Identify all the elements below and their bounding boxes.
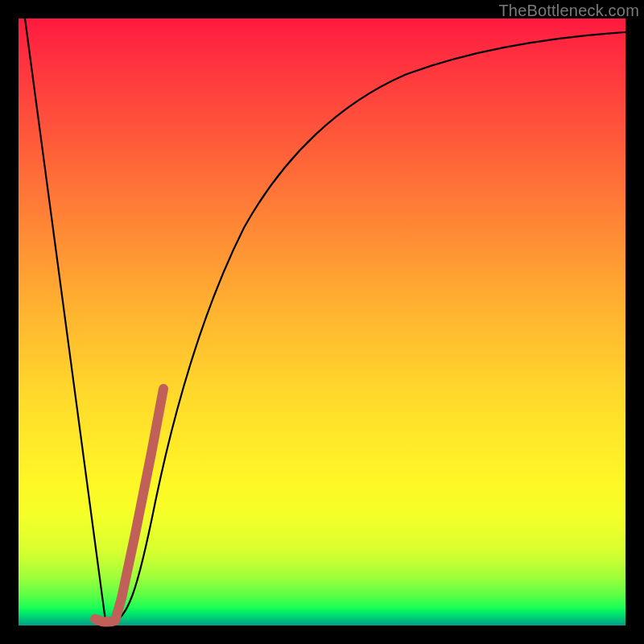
bottleneck-curve — [25, 19, 625, 622]
chart-svg — [19, 19, 625, 625]
chart-frame: TheBottleneck.com — [0, 0, 644, 644]
plot-area — [19, 19, 625, 625]
highlight-segment — [95, 389, 163, 622]
watermark-text: TheBottleneck.com — [498, 2, 639, 20]
